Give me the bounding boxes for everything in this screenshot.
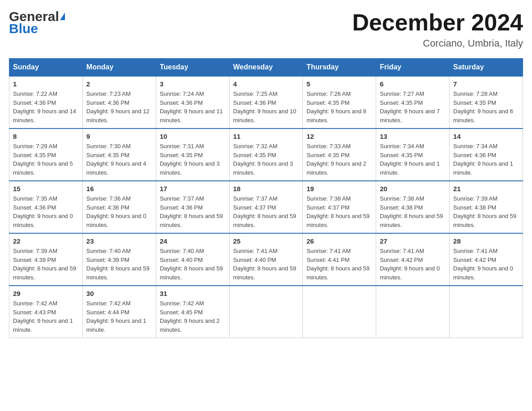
day-info: Sunrise: 7:42 AMSunset: 4:44 PMDaylight:… xyxy=(86,299,152,334)
table-cell: 19Sunrise: 7:38 AMSunset: 4:37 PMDayligh… xyxy=(303,181,376,233)
col-thursday: Thursday xyxy=(303,59,376,77)
day-number: 3 xyxy=(160,80,226,88)
table-cell: 1Sunrise: 7:22 AMSunset: 4:36 PMDaylight… xyxy=(9,76,83,128)
day-number: 28 xyxy=(453,237,519,245)
day-info: Sunrise: 7:25 AMSunset: 4:36 PMDaylight:… xyxy=(233,90,299,124)
day-info: Sunrise: 7:24 AMSunset: 4:36 PMDaylight:… xyxy=(160,90,226,124)
day-info: Sunrise: 7:41 AMSunset: 4:40 PMDaylight:… xyxy=(233,247,299,282)
table-cell: 16Sunrise: 7:36 AMSunset: 4:36 PMDayligh… xyxy=(82,181,156,233)
day-number: 20 xyxy=(380,185,446,193)
page-header: General Blue December 2024 Corciano, Umb… xyxy=(9,9,523,49)
table-cell: 6Sunrise: 7:27 AMSunset: 4:35 PMDaylight… xyxy=(376,76,450,128)
day-info: Sunrise: 7:36 AMSunset: 4:36 PMDaylight:… xyxy=(86,194,152,229)
day-info: Sunrise: 7:40 AMSunset: 4:40 PMDaylight:… xyxy=(160,247,226,282)
day-info: Sunrise: 7:31 AMSunset: 4:35 PMDaylight:… xyxy=(160,142,226,177)
table-cell: 20Sunrise: 7:38 AMSunset: 4:38 PMDayligh… xyxy=(376,181,450,233)
month-title: December 2024 xyxy=(352,9,523,36)
day-info: Sunrise: 7:29 AMSunset: 4:35 PMDaylight:… xyxy=(13,142,79,177)
week-row-3: 15Sunrise: 7:35 AMSunset: 4:36 PMDayligh… xyxy=(9,181,523,233)
week-row-1: 1Sunrise: 7:22 AMSunset: 4:36 PMDaylight… xyxy=(9,76,523,128)
table-cell: 25Sunrise: 7:41 AMSunset: 4:40 PMDayligh… xyxy=(229,233,303,286)
day-info: Sunrise: 7:35 AMSunset: 4:36 PMDaylight:… xyxy=(13,194,79,229)
day-info: Sunrise: 7:33 AMSunset: 4:35 PMDaylight:… xyxy=(306,142,372,177)
day-number: 22 xyxy=(13,237,79,245)
table-cell: 2Sunrise: 7:23 AMSunset: 4:36 PMDaylight… xyxy=(82,76,156,128)
day-info: Sunrise: 7:26 AMSunset: 4:35 PMDaylight:… xyxy=(306,90,372,124)
day-info: Sunrise: 7:27 AMSunset: 4:35 PMDaylight:… xyxy=(380,90,446,124)
table-cell: 18Sunrise: 7:37 AMSunset: 4:37 PMDayligh… xyxy=(229,181,303,233)
day-info: Sunrise: 7:40 AMSunset: 4:39 PMDaylight:… xyxy=(86,247,152,282)
table-cell: 21Sunrise: 7:39 AMSunset: 4:38 PMDayligh… xyxy=(450,181,523,233)
day-info: Sunrise: 7:30 AMSunset: 4:35 PMDaylight:… xyxy=(86,142,152,177)
table-cell: 28Sunrise: 7:41 AMSunset: 4:42 PMDayligh… xyxy=(450,233,523,286)
day-number: 24 xyxy=(160,237,226,245)
calendar-table: Sunday Monday Tuesday Wednesday Thursday… xyxy=(9,58,523,338)
table-cell: 23Sunrise: 7:40 AMSunset: 4:39 PMDayligh… xyxy=(82,233,156,286)
day-number: 31 xyxy=(160,290,226,297)
day-info: Sunrise: 7:39 AMSunset: 4:39 PMDaylight:… xyxy=(13,247,79,282)
table-cell xyxy=(229,286,303,338)
table-cell: 27Sunrise: 7:41 AMSunset: 4:42 PMDayligh… xyxy=(376,233,450,286)
table-cell xyxy=(376,286,450,338)
week-row-2: 8Sunrise: 7:29 AMSunset: 4:35 PMDaylight… xyxy=(9,128,523,181)
day-number: 14 xyxy=(453,133,519,140)
table-cell: 8Sunrise: 7:29 AMSunset: 4:35 PMDaylight… xyxy=(9,128,83,181)
day-info: Sunrise: 7:42 AMSunset: 4:43 PMDaylight:… xyxy=(13,299,79,334)
table-cell: 10Sunrise: 7:31 AMSunset: 4:35 PMDayligh… xyxy=(156,128,229,181)
day-info: Sunrise: 7:34 AMSunset: 4:36 PMDaylight:… xyxy=(453,142,519,177)
day-info: Sunrise: 7:23 AMSunset: 4:36 PMDaylight:… xyxy=(86,90,152,124)
day-info: Sunrise: 7:38 AMSunset: 4:38 PMDaylight:… xyxy=(380,194,446,229)
day-number: 10 xyxy=(160,133,226,140)
day-info: Sunrise: 7:37 AMSunset: 4:36 PMDaylight:… xyxy=(160,194,226,229)
day-number: 6 xyxy=(380,80,446,88)
table-cell: 9Sunrise: 7:30 AMSunset: 4:35 PMDaylight… xyxy=(82,128,156,181)
col-sunday: Sunday xyxy=(9,59,83,77)
day-info: Sunrise: 7:37 AMSunset: 4:37 PMDaylight:… xyxy=(233,194,299,229)
day-info: Sunrise: 7:22 AMSunset: 4:36 PMDaylight:… xyxy=(13,90,79,124)
title-section: December 2024 Corciano, Umbria, Italy xyxy=(352,9,523,49)
day-number: 7 xyxy=(453,80,519,88)
day-number: 2 xyxy=(86,80,152,88)
day-number: 23 xyxy=(86,237,152,245)
day-number: 17 xyxy=(160,185,226,193)
table-cell: 3Sunrise: 7:24 AMSunset: 4:36 PMDaylight… xyxy=(156,76,229,128)
table-cell: 22Sunrise: 7:39 AMSunset: 4:39 PMDayligh… xyxy=(9,233,83,286)
table-cell: 5Sunrise: 7:26 AMSunset: 4:35 PMDaylight… xyxy=(303,76,376,128)
col-monday: Monday xyxy=(82,59,156,77)
day-info: Sunrise: 7:41 AMSunset: 4:42 PMDaylight:… xyxy=(453,247,519,282)
day-info: Sunrise: 7:41 AMSunset: 4:41 PMDaylight:… xyxy=(306,247,372,282)
day-number: 13 xyxy=(380,133,446,140)
table-cell: 17Sunrise: 7:37 AMSunset: 4:36 PMDayligh… xyxy=(156,181,229,233)
day-number: 1 xyxy=(13,80,79,88)
logo: General Blue xyxy=(9,9,65,36)
table-cell: 12Sunrise: 7:33 AMSunset: 4:35 PMDayligh… xyxy=(303,128,376,181)
day-info: Sunrise: 7:32 AMSunset: 4:35 PMDaylight:… xyxy=(233,142,299,177)
day-number: 5 xyxy=(306,80,372,88)
day-info: Sunrise: 7:41 AMSunset: 4:42 PMDaylight:… xyxy=(380,247,446,282)
col-friday: Friday xyxy=(376,59,450,77)
col-saturday: Saturday xyxy=(450,59,523,77)
col-tuesday: Tuesday xyxy=(156,59,229,77)
day-info: Sunrise: 7:39 AMSunset: 4:38 PMDaylight:… xyxy=(453,194,519,229)
day-number: 8 xyxy=(13,133,79,140)
week-row-4: 22Sunrise: 7:39 AMSunset: 4:39 PMDayligh… xyxy=(9,233,523,286)
calendar-header-row: Sunday Monday Tuesday Wednesday Thursday… xyxy=(9,59,523,77)
day-number: 12 xyxy=(306,133,372,140)
table-cell: 7Sunrise: 7:28 AMSunset: 4:35 PMDaylight… xyxy=(450,76,523,128)
table-cell: 4Sunrise: 7:25 AMSunset: 4:36 PMDaylight… xyxy=(229,76,303,128)
day-number: 15 xyxy=(13,185,79,193)
table-cell xyxy=(450,286,523,338)
table-cell: 15Sunrise: 7:35 AMSunset: 4:36 PMDayligh… xyxy=(9,181,83,233)
day-number: 30 xyxy=(86,290,152,297)
day-number: 26 xyxy=(306,237,372,245)
table-cell: 13Sunrise: 7:34 AMSunset: 4:35 PMDayligh… xyxy=(376,128,450,181)
day-number: 4 xyxy=(233,80,299,88)
day-number: 27 xyxy=(380,237,446,245)
week-row-5: 29Sunrise: 7:42 AMSunset: 4:43 PMDayligh… xyxy=(9,286,523,338)
location-text: Corciano, Umbria, Italy xyxy=(352,38,523,49)
day-number: 25 xyxy=(233,237,299,245)
table-cell: 24Sunrise: 7:40 AMSunset: 4:40 PMDayligh… xyxy=(156,233,229,286)
day-info: Sunrise: 7:42 AMSunset: 4:45 PMDaylight:… xyxy=(160,299,226,334)
day-number: 18 xyxy=(233,185,299,193)
day-number: 21 xyxy=(453,185,519,193)
